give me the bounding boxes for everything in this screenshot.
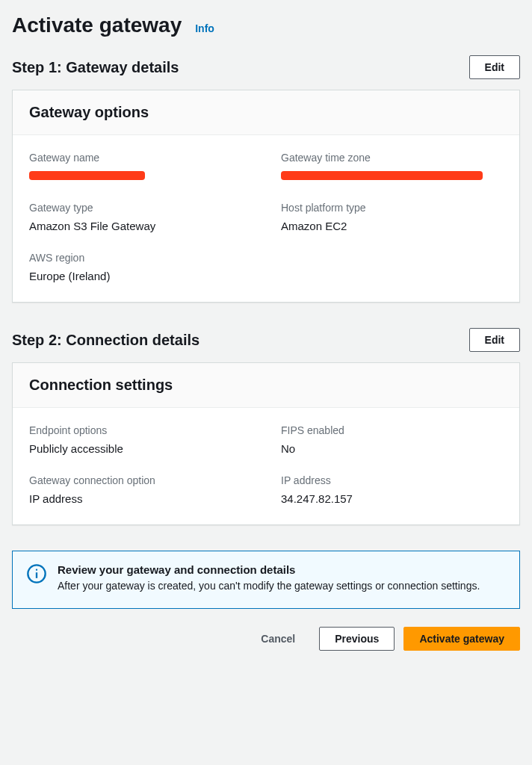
- gateway-type-value: Amazon S3 File Gateway: [29, 220, 251, 232]
- endpoint-options-value: Publicly accessible: [29, 442, 251, 455]
- host-platform-type-label: Host platform type: [281, 202, 503, 214]
- gateway-connection-option-label: Gateway connection option: [29, 474, 251, 486]
- info-box-title: Review your gateway and connection detai…: [58, 563, 480, 576]
- page-title: Activate gateway: [12, 13, 182, 37]
- info-box-text: After your gateway is created, you can't…: [58, 578, 480, 593]
- review-info-box: Review your gateway and connection detai…: [12, 551, 520, 609]
- field-gateway-time-zone: Gateway time zone: [281, 152, 503, 182]
- field-endpoint-options: Endpoint options Publicly accessible: [29, 424, 251, 455]
- svg-point-2: [36, 569, 37, 571]
- gateway-options-panel: Gateway options Gateway name Gateway tim…: [12, 90, 520, 303]
- field-aws-region: AWS region Europe (Ireland): [29, 252, 251, 282]
- cancel-button[interactable]: Cancel: [246, 628, 310, 650]
- gateway-type-label: Gateway type: [29, 202, 251, 214]
- step1-title: Step 1: Gateway details: [12, 59, 179, 76]
- info-link[interactable]: Info: [195, 22, 214, 34]
- connection-settings-title: Connection settings: [29, 377, 503, 394]
- activate-gateway-button[interactable]: Activate gateway: [403, 627, 520, 651]
- aws-region-label: AWS region: [29, 252, 251, 264]
- host-platform-type-value: Amazon EC2: [281, 220, 503, 232]
- field-fips-enabled: FIPS enabled No: [281, 424, 503, 455]
- aws-region-value: Europe (Ireland): [29, 270, 251, 282]
- footer-buttons: Cancel Previous Activate gateway: [12, 627, 520, 651]
- gateway-connection-option-value: IP address: [29, 492, 251, 505]
- endpoint-options-label: Endpoint options: [29, 424, 251, 436]
- field-ip-address: IP address 34.247.82.157: [281, 474, 503, 505]
- gateway-options-title: Gateway options: [29, 104, 503, 121]
- ip-address-label: IP address: [281, 474, 503, 486]
- gateway-name-value-redacted: [29, 171, 145, 180]
- previous-button[interactable]: Previous: [319, 627, 395, 651]
- field-gateway-name: Gateway name: [29, 152, 251, 182]
- step2-title: Step 2: Connection details: [12, 332, 200, 349]
- step1-edit-button[interactable]: Edit: [469, 55, 520, 79]
- ip-address-value: 34.247.82.157: [281, 492, 503, 505]
- info-icon: [26, 563, 47, 584]
- gateway-time-zone-value-redacted: [281, 171, 483, 180]
- gateway-time-zone-label: Gateway time zone: [281, 152, 503, 164]
- step2-edit-button[interactable]: Edit: [469, 328, 520, 352]
- gateway-name-label: Gateway name: [29, 152, 251, 164]
- field-host-platform-type: Host platform type Amazon EC2: [281, 202, 503, 232]
- connection-settings-panel: Connection settings Endpoint options Pub…: [12, 362, 520, 525]
- field-gateway-type: Gateway type Amazon S3 File Gateway: [29, 202, 251, 232]
- fips-enabled-value: No: [281, 442, 503, 455]
- fips-enabled-label: FIPS enabled: [281, 424, 503, 436]
- field-gateway-connection-option: Gateway connection option IP address: [29, 474, 251, 505]
